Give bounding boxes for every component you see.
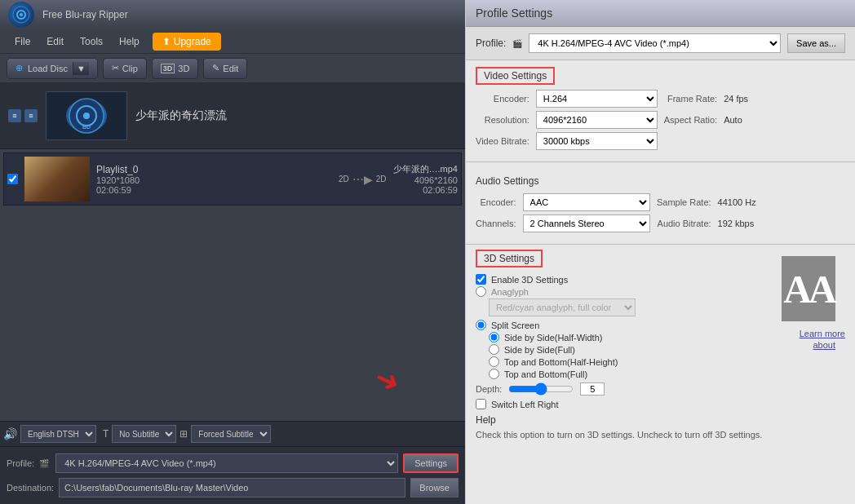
video-settings-section: Video Settings Encoder: H.264 Frame Rate… [476,67,845,150]
destination-row: Destination: Browse [7,478,459,497]
side-by-side-half-item: Side by Side(Half-Width) [489,332,765,343]
forced-subtitle-icon: ⊞ [179,428,188,440]
upgrade-icon: ⬆ [162,36,171,47]
depth-input[interactable] [580,382,605,396]
mini-controls: ≡ ≡ [8,109,38,122]
output-name: 少年派的….mp4 [393,163,458,175]
profile-settings-panel: Profile Settings Profile: 🎬 4K H.264/MPE… [465,0,855,504]
enable-3d-item: Enable 3D Settings [476,274,765,285]
settings-button[interactable]: Settings [403,453,459,473]
forced-subtitle-select[interactable]: Forced Subtitle [191,425,271,443]
profile-row: Profile: 🎬 4K H.264/MPEG-4 AVC Video (*.… [7,453,459,473]
section-divider-1 [466,161,855,162]
preview-box: AA [782,256,835,321]
menu-edit[interactable]: Edit [40,33,70,51]
top-bottom-full-label: Top and Bottom(Full) [504,369,587,379]
audio-settings-section: Audio Settings Encoder: AAC Sample Rate:… [476,174,845,232]
top-bottom-half-radio[interactable] [489,356,499,367]
side-by-side-full-label: Side by Side(Full) [504,345,575,355]
channels-select[interactable]: 2 Channels Stereo [523,214,650,232]
svg-point-2 [20,13,23,16]
ps-save-button[interactable]: Save as... [787,33,845,53]
output-resolution: 4096*2160 [393,175,458,185]
svg-point-5 [83,113,90,119]
edit-button[interactable]: ✎ Edit [203,58,247,79]
load-disc-icon: ⊕ [16,63,23,73]
sample-rate-value: 44100 Hz [718,197,845,207]
video-bitrate-label: Video Bitrate: [476,136,529,146]
load-disc-dropdown[interactable]: ▼ [73,62,89,75]
enable-3d-label: Enable 3D Settings [491,275,568,285]
audio-encoder-label: Encoder: [476,197,516,207]
media-thumbnail: BD [46,91,127,140]
channels-label: Channels: [476,219,516,228]
anaglyph-radio[interactable] [476,286,486,297]
mini-btn-2[interactable]: ≡ [24,109,38,122]
top-bottom-full-item: Top and Bottom(Full) [489,369,765,379]
profile-label: Profile: [7,458,34,468]
playlist-duration: 02:06:59 [96,185,332,195]
preview-container: AA Learn more about [772,250,845,411]
learn-more-container: Learn more about [772,328,845,351]
ps-profile-select[interactable]: 4K H.264/MPEG-4 AVC Video (*.mp4) [529,33,781,53]
audio-encoder-select[interactable]: AAC [523,193,650,211]
subtitle-select[interactable]: No Subtitle [112,425,176,443]
clip-button[interactable]: ✂ Clip [103,58,147,79]
3d-label: 3D [178,64,189,73]
media-header: ≡ ≡ BD 少年派的奇幻漂流 [0,83,465,149]
frame-rate-value: 24 fps [724,94,845,104]
menu-help[interactable]: Help [113,33,146,51]
menu-bar: File Edit Tools Help ⬆ Upgrade [0,29,465,54]
output-info: 少年派的….mp4 4096*2160 02:06:59 [393,163,458,195]
side-by-side-full-radio[interactable] [489,344,499,355]
ps-profile-row: Profile: 🎬 4K H.264/MPEG-4 AVC Video (*.… [466,27,855,60]
top-bottom-full-radio[interactable] [489,369,499,379]
side-by-side-half-radio[interactable] [489,332,499,343]
profile-select[interactable]: 4K H.264/MPEG-4 AVC Video (*.mp4) [55,453,398,473]
app-title: Free Blu-ray Ripper [42,9,128,20]
upgrade-button[interactable]: ⬆ Upgrade [153,33,221,51]
3d-preview-container: 3D Settings Enable 3D Settings Anaglyph … [476,250,845,411]
anaglyph-type-select[interactable]: Red/cyan anaglyph, full color [489,298,636,316]
switch-lr-checkbox[interactable] [476,399,486,409]
menu-file[interactable]: File [8,33,37,51]
load-disc-button[interactable]: ⊕ Load Disc ▼ [7,58,98,79]
resolution-label: Resolution: [476,115,529,125]
anaglyph-item: Anaglyph [476,286,765,297]
sample-rate-label: Sample Rate: [657,197,711,207]
playlist-resolution: 1920*1080 [96,175,332,185]
audio-icon: 🔊 [3,427,17,440]
audio-bitrate-value: 192 kbps [718,219,845,228]
video-bitrate-select[interactable]: 30000 kbps [536,132,658,150]
browse-button[interactable]: Browse [410,478,459,497]
profile-icon: 🎬 [39,459,49,468]
title-bar: Free Blu-ray Ripper [0,0,465,29]
encoder-select[interactable]: H.264 [536,90,658,108]
svg-text:BD: BD [82,124,91,130]
audio-select[interactable]: English DTSH [20,425,96,443]
learn-more-link[interactable]: Learn more about [800,329,845,350]
split-screen-radio[interactable] [476,320,486,330]
depth-slider[interactable] [508,382,574,396]
mini-btn-1[interactable]: ≡ [8,109,21,122]
aspect-ratio-value: Auto [724,115,845,125]
main-app-window: Free Blu-ray Ripper File Edit Tools Help… [0,0,465,504]
3d-button[interactable]: 3D 3D [152,58,199,79]
audio-bitrate-label: Audio Bitrate: [657,219,711,228]
menu-tools[interactable]: Tools [73,33,109,51]
destination-input[interactable] [59,478,405,497]
section-divider-2 [466,244,855,245]
format-2d-out-label: 2D [376,175,387,183]
enable-3d-checkbox[interactable] [476,274,486,285]
resolution-select[interactable]: 4096*2160 [536,111,658,129]
playlist-checkbox[interactable] [7,174,18,184]
side-by-side-full-item: Side by Side(Full) [489,344,765,355]
anaglyph-label: Anaglyph [491,287,529,297]
top-bottom-half-label: Top and Bottom(Half-Height) [504,357,618,367]
profile-settings-title: Profile Settings [466,0,855,27]
destination-label: Destination: [7,483,54,493]
media-title: 少年派的奇幻漂流 [135,108,227,123]
audio-settings-grid: Encoder: AAC Sample Rate: 44100 Hz Chann… [476,193,845,232]
playlist-area: Playlist_0 1920*1080 02:06:59 2D ⋯▶ 2D 少… [0,149,465,421]
switch-lr-label: Switch Left Right [491,400,559,409]
